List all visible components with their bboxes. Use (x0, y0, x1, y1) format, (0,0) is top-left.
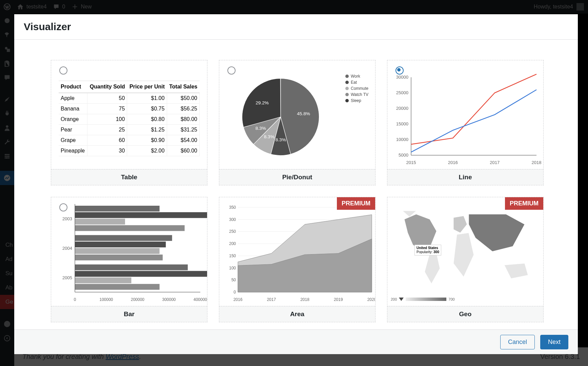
geo-preview (391, 201, 540, 292)
card-label: Geo (387, 306, 543, 322)
svg-text:15000: 15000 (396, 121, 408, 126)
line-preview: 5000100001500020000250003000020152016201… (387, 60, 543, 169)
svg-rect-30 (75, 235, 172, 241)
chart-type-pie[interactable]: 45.8%8.3%8.3%8.3%29.2% WorkEatCommuteWat… (219, 60, 376, 185)
svg-rect-25 (75, 206, 160, 211)
svg-text:2020: 2020 (367, 297, 375, 302)
svg-text:2019: 2019 (334, 297, 343, 302)
svg-text:20000: 20000 (396, 106, 408, 111)
next-button[interactable]: Next (540, 335, 568, 349)
svg-text:8.3%: 8.3% (264, 134, 275, 139)
modal-body: ProductQuantity SoldPrice per UnitTotal … (14, 40, 578, 329)
radio-bar[interactable] (59, 203, 67, 211)
pie-legend: WorkEatCommuteWatch TVSleep (345, 74, 368, 104)
premium-badge: PREMIUM (337, 197, 375, 210)
svg-text:2016: 2016 (234, 297, 243, 302)
svg-text:2005: 2005 (62, 275, 72, 280)
svg-text:400000: 400000 (194, 297, 207, 302)
svg-rect-36 (75, 271, 207, 277)
radio-table[interactable] (59, 66, 67, 75)
svg-text:350: 350 (229, 205, 236, 210)
svg-text:0: 0 (234, 290, 236, 294)
svg-text:2018: 2018 (300, 297, 309, 302)
svg-rect-33 (75, 255, 163, 260)
svg-text:300: 300 (229, 217, 236, 222)
svg-rect-38 (75, 284, 160, 290)
geo-gradient: 200 700 (391, 297, 455, 301)
cancel-button[interactable]: Cancel (500, 335, 535, 349)
svg-text:2015: 2015 (406, 160, 416, 165)
area-preview: 0501001502002503003502016201720182019202… (219, 197, 375, 306)
radio-pie[interactable] (227, 66, 236, 75)
svg-text:50: 50 (231, 278, 236, 282)
geo-tooltip: United States Popularity: 300 (414, 245, 441, 256)
svg-text:45.8%: 45.8% (297, 111, 310, 116)
svg-rect-28 (75, 225, 185, 231)
svg-text:2016: 2016 (448, 160, 458, 165)
visualizer-modal: Visualizer ProductQuantity SoldPrice per… (14, 14, 578, 354)
svg-rect-26 (75, 212, 207, 218)
svg-text:10000: 10000 (396, 137, 408, 142)
chart-type-table[interactable]: ProductQuantity SoldPrice per UnitTotal … (51, 60, 207, 185)
svg-text:100: 100 (229, 266, 236, 270)
bar-preview: 2003200420050100000200000300000400000 (51, 197, 207, 306)
table-preview: ProductQuantity SoldPrice per UnitTotal … (59, 81, 200, 156)
svg-text:200: 200 (229, 241, 236, 246)
card-label: Line (387, 169, 543, 185)
svg-text:2017: 2017 (490, 160, 500, 165)
svg-text:150: 150 (229, 253, 236, 258)
card-label: Pie/Donut (219, 169, 375, 185)
svg-text:8.3%: 8.3% (276, 137, 286, 142)
svg-rect-32 (75, 248, 160, 254)
modal-title: Visualizer (24, 21, 568, 33)
svg-text:2003: 2003 (62, 216, 72, 221)
svg-text:250: 250 (229, 229, 236, 234)
svg-rect-31 (75, 242, 166, 247)
svg-text:2018: 2018 (532, 160, 542, 165)
svg-text:0: 0 (74, 297, 76, 302)
modal-header: Visualizer (14, 14, 578, 40)
card-label: Bar (51, 306, 207, 322)
chart-type-geo[interactable]: PREMIUM (387, 197, 544, 322)
svg-text:300000: 300000 (162, 297, 176, 302)
card-label: Table (51, 169, 207, 185)
svg-text:2004: 2004 (62, 246, 72, 251)
svg-text:25000: 25000 (396, 90, 408, 95)
svg-rect-27 (75, 219, 125, 224)
chart-type-area[interactable]: PREMIUM 05010015020025030035020162017201… (219, 197, 376, 322)
card-label: Area (219, 306, 375, 322)
chart-type-bar[interactable]: 2003200420050100000200000300000400000 Ba… (51, 197, 207, 322)
svg-text:200000: 200000 (131, 297, 144, 302)
svg-text:2017: 2017 (267, 297, 276, 302)
svg-text:30000: 30000 (396, 75, 408, 80)
pie-preview: 45.8%8.3%8.3%8.3%29.2% (238, 75, 323, 159)
svg-text:5000: 5000 (399, 152, 408, 158)
chart-type-line[interactable]: 5000100001500020000250003000020152016201… (387, 60, 544, 185)
svg-rect-37 (75, 278, 131, 283)
svg-text:8.3%: 8.3% (256, 126, 266, 131)
svg-text:100000: 100000 (99, 297, 113, 302)
svg-rect-35 (75, 264, 188, 270)
radio-line[interactable] (396, 66, 404, 75)
premium-badge: PREMIUM (505, 197, 543, 210)
modal-footer: Cancel Next (14, 329, 578, 354)
svg-text:29.2%: 29.2% (256, 100, 269, 105)
